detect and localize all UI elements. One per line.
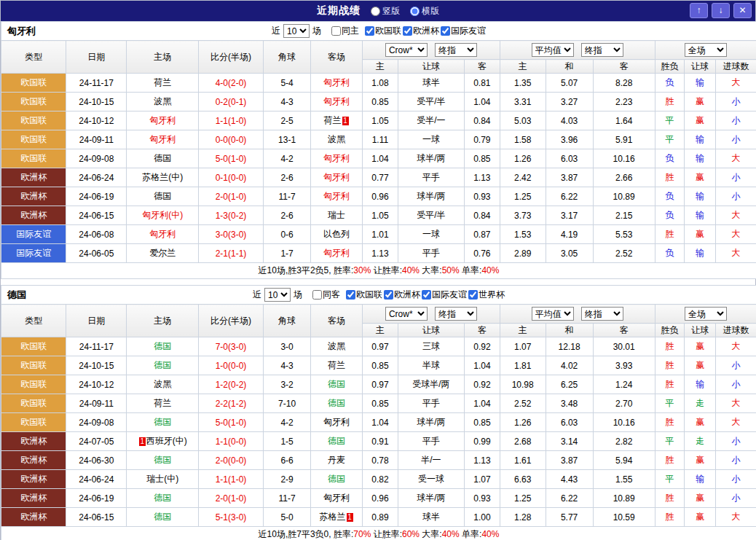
- team-name-text: 苏格兰(中): [142, 172, 183, 182]
- odds-away-cell: 1.07: [465, 470, 500, 489]
- league-checkbox[interactable]: [403, 26, 412, 36]
- team-name-text: 爱尔兰: [149, 248, 176, 258]
- date-cell: 24-09-11: [66, 394, 127, 413]
- result-handicap-cell: 赢: [685, 168, 716, 187]
- avg-away-cell: 10.16: [593, 413, 655, 432]
- col-type: 类型: [1, 305, 66, 337]
- odds-handicap-cell: 一球: [398, 130, 464, 149]
- league-filter-option[interactable]: 国际友谊: [441, 25, 486, 37]
- league-checkbox[interactable]: [441, 26, 450, 36]
- avg-draw-cell: 6.03: [546, 413, 593, 432]
- average-select[interactable]: 平均值: [532, 43, 574, 57]
- avg-draw-cell: 3.17: [546, 206, 593, 225]
- same-venue-checkbox[interactable]: [312, 290, 322, 300]
- league-filter-label: 欧洲杯: [413, 25, 439, 37]
- scroll-down-button[interactable]: ↓: [712, 3, 730, 18]
- team-name-text: 匈牙利: [323, 248, 350, 258]
- odds-final-select[interactable]: 终指: [435, 43, 477, 57]
- league-filter-option[interactable]: 世界杯: [468, 289, 505, 301]
- date-cell: 24-09-08: [66, 149, 127, 168]
- result-wdl-cell: 负: [655, 206, 685, 225]
- league-filter-option[interactable]: 欧洲杯: [403, 25, 439, 37]
- layout-horizontal-radio[interactable]: [410, 7, 420, 16]
- home-team-cell: 德国: [127, 489, 198, 508]
- avg-away-cell: 1.55: [593, 470, 655, 489]
- league-type-cell: 欧洲杯: [1, 489, 66, 508]
- result-wdl-cell: 负: [655, 74, 685, 93]
- fulltime-select[interactable]: 全场: [685, 307, 727, 321]
- match-row: 欧国联24-10-15波黑0-2(0-1)4-3匈牙利0.85受平/半1.043…: [1, 93, 756, 111]
- result-wdl-cell: 胜: [655, 225, 685, 244]
- result-wdl-cell: 平: [655, 394, 685, 413]
- avg-away-cell: 10.59: [593, 508, 655, 527]
- league-filter-option[interactable]: 欧国联: [346, 289, 382, 301]
- score-cell: 1-3(0-2): [198, 206, 263, 225]
- layout-vertical-option[interactable]: 竖版: [371, 5, 400, 17]
- league-checkbox[interactable]: [346, 290, 355, 300]
- same-venue-filter[interactable]: 同客: [312, 289, 340, 301]
- col-away: 客场: [311, 41, 363, 74]
- avg-draw-cell: 5.77: [546, 508, 593, 527]
- match-row: 欧洲杯24-06-24苏格兰(中)0-1(0-0)2-6匈牙利0.77平手1.1…: [1, 168, 756, 187]
- match-row: 国际友谊24-06-08匈牙利3-0(3-0)0-6以色列1.01一球0.871…: [1, 225, 756, 244]
- score-cell: 0-1(0-0): [198, 168, 263, 187]
- league-type-cell: 欧洲杯: [1, 470, 66, 489]
- close-button[interactable]: ✕: [733, 3, 752, 18]
- result-wdl-cell: 平: [655, 432, 685, 451]
- match-count-select[interactable]: 10: [283, 24, 310, 38]
- avg-draw-cell: 3.87: [546, 168, 593, 187]
- average-final-select[interactable]: 终指: [581, 43, 623, 57]
- match-row: 欧洲杯24-06-19德国2-0(1-0)11-7匈牙利0.96球半/两0.93…: [1, 187, 756, 206]
- date-cell: 24-06-15: [66, 508, 127, 527]
- result-handicap-cell: 赢: [685, 356, 716, 375]
- scroll-up-button[interactable]: ↑: [690, 3, 708, 18]
- away-team-cell: 波黑: [311, 337, 363, 356]
- col-home: 主场: [127, 305, 198, 337]
- odds-home-cell: 0.96: [363, 187, 398, 206]
- average-select[interactable]: 平均值: [532, 307, 574, 321]
- average-final-select[interactable]: 终指: [581, 307, 623, 321]
- layout-vertical-radio[interactable]: [371, 7, 380, 16]
- fulltime-select[interactable]: 全场: [685, 43, 727, 57]
- team-name-text: 匈牙利: [323, 417, 350, 427]
- team-name-text: 德国: [328, 436, 345, 446]
- league-filter-option[interactable]: 国际友谊: [422, 289, 467, 301]
- result-goals-cell: 小: [715, 130, 756, 149]
- corner-cell: 1-7: [264, 244, 311, 263]
- league-filter-option[interactable]: 欧国联: [365, 25, 401, 37]
- league-checkbox[interactable]: [422, 290, 431, 300]
- score-cell: 5-1(3-0): [198, 508, 263, 527]
- team-title: 匈牙利: [7, 25, 36, 38]
- league-filters: 欧国联欧洲杯国际友谊世界杯: [344, 289, 505, 301]
- score-cell: 2-0(1-0): [198, 489, 263, 508]
- home-team-cell: 波黑: [127, 93, 198, 111]
- odds-source-select[interactable]: Crow*: [385, 307, 428, 321]
- odds-home-cell: 1.05: [363, 206, 398, 225]
- team-results-table: 匈牙利 近 10 场 同主 欧国联欧洲杯国际友谊: [1, 21, 756, 279]
- match-count-select[interactable]: 10: [264, 288, 291, 302]
- same-venue-checkbox[interactable]: [331, 26, 341, 36]
- league-checkbox[interactable]: [468, 290, 478, 300]
- team-name-text: 德国: [154, 191, 171, 201]
- col-result-handicap: 让球: [685, 324, 716, 337]
- date-cell: 24-06-05: [66, 244, 127, 263]
- corner-cell: 4-3: [264, 356, 311, 375]
- home-team-cell: 德国: [127, 149, 198, 168]
- odds-handicap-cell: 平手: [398, 168, 464, 187]
- team-name-text: 匈牙利: [149, 229, 176, 239]
- league-checkbox[interactable]: [365, 26, 374, 36]
- col-type: 类型: [1, 41, 66, 74]
- avg-away-cell: 10.89: [593, 489, 655, 508]
- filter-row: 匈牙利 近 10 场 同主 欧国联欧洲杯国际友谊: [1, 22, 756, 41]
- league-filter-option[interactable]: 欧洲杯: [384, 289, 420, 301]
- avg-home-cell: 10.98: [500, 375, 546, 394]
- league-checkbox[interactable]: [384, 290, 393, 300]
- col-result-goals: 进球数: [715, 60, 756, 74]
- layout-horizontal-option[interactable]: 横版: [410, 5, 439, 17]
- odds-home-cell: 1.11: [363, 130, 398, 149]
- same-venue-filter[interactable]: 同主: [331, 25, 359, 37]
- odds-source-select[interactable]: Crow*: [385, 43, 428, 57]
- filter-controls: 近 10 场 同客 欧国联欧洲杯国际友谊世界杯: [3, 286, 755, 304]
- odds-final-select[interactable]: 终指: [435, 307, 477, 321]
- average-group-header: 平均值 终指: [500, 41, 655, 60]
